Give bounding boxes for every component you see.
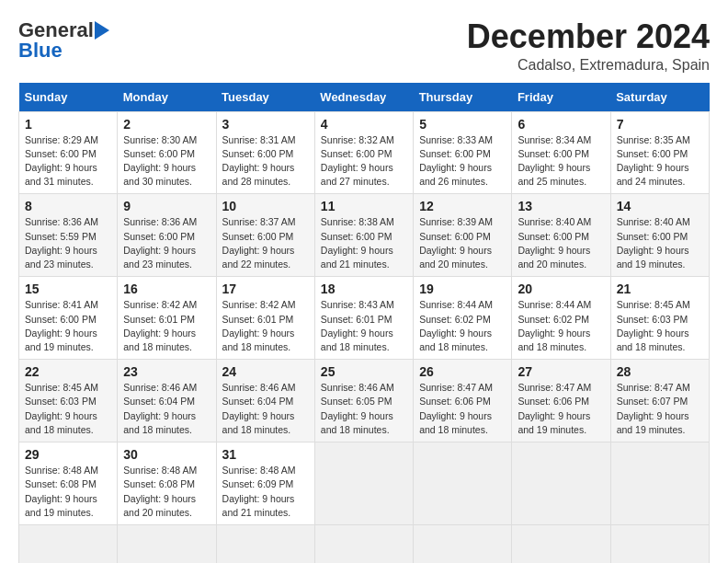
day-info: Sunrise: 8:42 AM Sunset: 6:01 PM Dayligh… [222,298,309,354]
calendar-cell: 15Sunrise: 8:41 AM Sunset: 6:00 PM Dayli… [19,277,118,360]
calendar-cell [314,524,413,563]
day-number: 29 [25,447,111,462]
logo-blue-text: Blue [18,39,63,63]
day-info: Sunrise: 8:44 AM Sunset: 6:02 PM Dayligh… [518,298,604,354]
day-info: Sunrise: 8:45 AM Sunset: 6:03 PM Dayligh… [25,381,111,437]
logo-arrow-icon [95,21,109,40]
day-number: 24 [222,364,309,379]
calendar-cell: 20Sunrise: 8:44 AM Sunset: 6:02 PM Dayli… [512,277,610,360]
day-info: Sunrise: 8:43 AM Sunset: 6:01 PM Dayligh… [321,298,407,354]
day-info: Sunrise: 8:41 AM Sunset: 6:00 PM Dayligh… [25,298,111,354]
day-number: 23 [123,364,210,379]
day-number: 1 [25,117,111,132]
day-number: 7 [617,117,703,132]
day-number: 12 [419,199,506,213]
day-info: Sunrise: 8:37 AM Sunset: 6:00 PM Dayligh… [222,215,309,271]
calendar-cell: 25Sunrise: 8:46 AM Sunset: 6:05 PM Dayli… [314,360,413,442]
calendar-cell [512,524,610,563]
header-saturday: Saturday [610,83,709,112]
calendar-cell [314,442,413,525]
svg-marker-0 [95,21,109,40]
day-number: 31 [222,447,309,462]
weekday-header-row: Sunday Monday Tuesday Wednesday Thursday… [19,83,710,112]
day-info: Sunrise: 8:46 AM Sunset: 6:05 PM Dayligh… [321,381,407,437]
day-info: Sunrise: 8:29 AM Sunset: 6:00 PM Dayligh… [25,133,111,190]
day-number: 4 [321,117,407,132]
day-info: Sunrise: 8:47 AM Sunset: 6:06 PM Dayligh… [518,381,604,437]
calendar-cell: 12Sunrise: 8:39 AM Sunset: 6:00 PM Dayli… [414,194,512,277]
day-info: Sunrise: 8:34 AM Sunset: 6:00 PM Dayligh… [518,133,604,190]
day-number: 19 [419,282,506,296]
calendar-cell: 3Sunrise: 8:31 AM Sunset: 6:00 PM Daylig… [216,111,314,194]
day-number: 15 [25,282,111,296]
day-number: 28 [617,364,703,379]
header-wednesday: Wednesday [314,83,413,112]
calendar-cell [216,524,314,563]
calendar-cell: 31Sunrise: 8:48 AM Sunset: 6:09 PM Dayli… [216,442,314,525]
day-number: 20 [518,282,604,296]
day-number: 11 [321,199,407,213]
day-info: Sunrise: 8:48 AM Sunset: 6:08 PM Dayligh… [25,464,111,520]
day-info: Sunrise: 8:32 AM Sunset: 6:00 PM Dayligh… [321,133,407,190]
header-tuesday: Tuesday [216,83,314,112]
calendar-cell [610,524,709,563]
calendar-cell [19,524,118,563]
day-info: Sunrise: 8:48 AM Sunset: 6:09 PM Dayligh… [222,464,309,520]
day-info: Sunrise: 8:47 AM Sunset: 6:07 PM Dayligh… [617,381,703,437]
calendar-cell: 21Sunrise: 8:45 AM Sunset: 6:03 PM Dayli… [610,277,709,360]
day-info: Sunrise: 8:39 AM Sunset: 6:00 PM Dayligh… [419,215,506,271]
month-title: December 2024 [467,18,710,55]
day-number: 27 [518,364,604,379]
day-info: Sunrise: 8:31 AM Sunset: 6:00 PM Dayligh… [222,133,309,190]
location-subtitle: Cadalso, Extremadura, Spain [467,57,710,74]
calendar-cell: 13Sunrise: 8:40 AM Sunset: 6:00 PM Dayli… [512,194,610,277]
day-info: Sunrise: 8:47 AM Sunset: 6:06 PM Dayligh… [419,381,506,437]
day-number: 2 [123,117,210,132]
calendar-week-row: 8Sunrise: 8:36 AM Sunset: 5:59 PM Daylig… [19,194,710,277]
day-number: 26 [419,364,506,379]
day-info: Sunrise: 8:35 AM Sunset: 6:00 PM Dayligh… [617,133,703,190]
day-number: 3 [222,117,309,132]
day-number: 5 [419,117,506,132]
header-monday: Monday [118,83,216,112]
header-thursday: Thursday [414,83,512,112]
calendar-cell: 10Sunrise: 8:37 AM Sunset: 6:00 PM Dayli… [216,194,314,277]
day-info: Sunrise: 8:48 AM Sunset: 6:08 PM Dayligh… [123,464,210,520]
calendar-cell: 8Sunrise: 8:36 AM Sunset: 5:59 PM Daylig… [19,194,118,277]
logo: General Blue [18,18,109,63]
calendar-cell: 14Sunrise: 8:40 AM Sunset: 6:00 PM Dayli… [610,194,709,277]
calendar-cell: 22Sunrise: 8:45 AM Sunset: 6:03 PM Dayli… [19,360,118,442]
day-info: Sunrise: 8:44 AM Sunset: 6:02 PM Dayligh… [419,298,506,354]
calendar-cell [610,442,709,525]
calendar-cell [118,524,216,563]
day-number: 22 [25,364,111,379]
day-info: Sunrise: 8:33 AM Sunset: 6:00 PM Dayligh… [419,133,506,190]
calendar-cell: 24Sunrise: 8:46 AM Sunset: 6:04 PM Dayli… [216,360,314,442]
day-info: Sunrise: 8:45 AM Sunset: 6:03 PM Dayligh… [617,298,703,354]
calendar-cell: 11Sunrise: 8:38 AM Sunset: 6:00 PM Dayli… [314,194,413,277]
calendar-week-row: 1Sunrise: 8:29 AM Sunset: 6:00 PM Daylig… [19,111,710,194]
day-info: Sunrise: 8:46 AM Sunset: 6:04 PM Dayligh… [123,381,210,437]
day-info: Sunrise: 8:36 AM Sunset: 5:59 PM Dayligh… [25,215,111,271]
calendar-cell: 19Sunrise: 8:44 AM Sunset: 6:02 PM Dayli… [414,277,512,360]
day-info: Sunrise: 8:40 AM Sunset: 6:00 PM Dayligh… [617,215,703,271]
title-section: December 2024 Cadalso, Extremadura, Spai… [467,18,710,74]
day-info: Sunrise: 8:30 AM Sunset: 6:00 PM Dayligh… [123,133,210,190]
calendar-cell: 29Sunrise: 8:48 AM Sunset: 6:08 PM Dayli… [19,442,118,525]
calendar-cell: 27Sunrise: 8:47 AM Sunset: 6:06 PM Dayli… [512,360,610,442]
calendar-cell: 28Sunrise: 8:47 AM Sunset: 6:07 PM Dayli… [610,360,709,442]
calendar-cell [414,442,512,525]
calendar-cell: 16Sunrise: 8:42 AM Sunset: 6:01 PM Dayli… [118,277,216,360]
calendar-table: Sunday Monday Tuesday Wednesday Thursday… [18,83,710,563]
header-sunday: Sunday [19,83,118,112]
day-info: Sunrise: 8:38 AM Sunset: 6:00 PM Dayligh… [321,215,407,271]
day-number: 9 [123,199,210,213]
day-info: Sunrise: 8:36 AM Sunset: 6:00 PM Dayligh… [123,215,210,271]
calendar-cell: 7Sunrise: 8:35 AM Sunset: 6:00 PM Daylig… [610,111,709,194]
day-info: Sunrise: 8:42 AM Sunset: 6:01 PM Dayligh… [123,298,210,354]
day-number: 8 [25,199,111,213]
calendar-cell [414,524,512,563]
calendar-week-row: 22Sunrise: 8:45 AM Sunset: 6:03 PM Dayli… [19,360,710,442]
calendar-cell: 1Sunrise: 8:29 AM Sunset: 6:00 PM Daylig… [19,111,118,194]
day-number: 30 [123,447,210,462]
